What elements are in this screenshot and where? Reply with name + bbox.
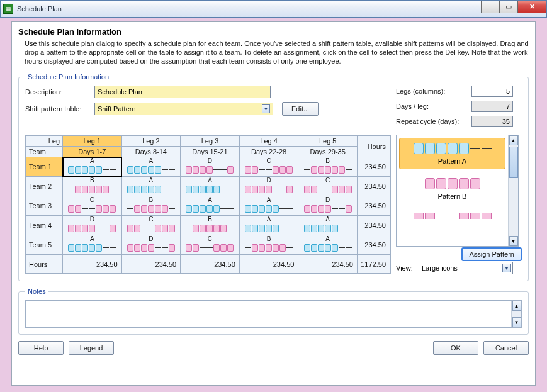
team-header-cell[interactable]: Team 5 xyxy=(26,235,63,255)
shift-pattern-table-select[interactable]: Shift Pattern ▼ xyxy=(94,103,273,115)
assign-pattern-button[interactable]: Assign Pattern xyxy=(461,247,522,261)
days-per-leg-readonly xyxy=(471,101,513,112)
group-legend: Schedule Plan Information xyxy=(25,73,111,81)
assignment-cell[interactable]: B xyxy=(121,196,181,216)
leg-header[interactable]: Leg 4 xyxy=(239,136,298,147)
window-maximize-button[interactable]: ▭ xyxy=(499,1,518,13)
scroll-thumb[interactable] xyxy=(509,147,518,178)
column-hours-cell: 234.50 xyxy=(298,255,358,274)
pattern-card-a[interactable]: Pattern A xyxy=(399,138,505,169)
notes-scrollbar[interactable]: ▲ ▼ xyxy=(511,301,521,327)
dialog-button-bar: Help Legend OK Cancel xyxy=(18,341,529,355)
pattern-card-b[interactable]: Pattern B xyxy=(399,173,505,204)
assignment-cell[interactable]: A xyxy=(181,196,240,216)
assignment-cell[interactable]: B xyxy=(181,216,240,235)
repeat-cycle-readonly xyxy=(471,116,513,127)
column-hours-cell: 234.50 xyxy=(63,255,122,274)
pattern-card-c[interactable] xyxy=(399,208,505,223)
team-header-cell[interactable]: Team 1 xyxy=(26,157,63,177)
team-hours-cell: 234.50 xyxy=(358,196,390,216)
hours-row-label: Hours xyxy=(26,255,63,274)
notes-textarea[interactable]: ▲ ▼ xyxy=(25,300,522,328)
description-label: Description: xyxy=(25,88,94,96)
days-per-leg-label: Days / leg: xyxy=(396,103,471,110)
assignment-cell[interactable]: C xyxy=(239,157,298,177)
pattern-picker[interactable]: Pattern A Pattern B ▲ ▼ xyxy=(396,135,519,247)
view-value: Large icons xyxy=(422,264,458,272)
ok-button[interactable]: OK xyxy=(433,341,478,355)
legs-input[interactable] xyxy=(471,86,513,97)
column-hours-cell: 234.50 xyxy=(239,255,298,274)
assignment-cell[interactable]: A xyxy=(121,177,181,196)
column-hours-cell: 234.50 xyxy=(121,255,181,274)
team-header-cell[interactable]: Team 2 xyxy=(26,177,63,196)
shift-pattern-table-label: Shift pattern table: xyxy=(25,105,94,113)
assignment-cell[interactable]: B xyxy=(239,235,298,255)
assignment-cell[interactable]: C xyxy=(121,216,181,235)
assignment-cell[interactable]: A xyxy=(181,177,240,196)
shift-pattern-table-value: Shift Pattern xyxy=(98,105,136,113)
column-hours-cell: 234.50 xyxy=(181,255,240,274)
leg-days-header[interactable]: Days 22-28 xyxy=(239,147,298,157)
assignment-cell[interactable]: D xyxy=(239,177,298,196)
assignment-cell[interactable]: A xyxy=(121,157,181,177)
assignment-cell[interactable]: A xyxy=(298,235,358,255)
app-icon: ▦ xyxy=(3,4,13,14)
assignment-cell[interactable]: D xyxy=(63,216,122,235)
scroll-down-icon[interactable]: ▼ xyxy=(512,317,521,327)
pattern-name: Pattern B xyxy=(402,193,502,200)
assignment-grid[interactable]: LegLeg 1Leg 2Leg 3Leg 4Leg 5HoursTeamDay… xyxy=(25,135,391,274)
window-title: Schedule Plan xyxy=(17,5,62,13)
scroll-up-icon[interactable]: ▲ xyxy=(512,301,521,311)
team-hours-cell: 234.50 xyxy=(358,235,390,255)
leg-header[interactable]: Leg 2 xyxy=(121,136,181,147)
pattern-name: Pattern A xyxy=(402,157,502,165)
notes-group: Notes ▲ ▼ xyxy=(18,288,529,335)
window-minimize-button[interactable]: — xyxy=(481,1,500,13)
assignment-cell[interactable]: C xyxy=(181,235,240,255)
view-label: View: xyxy=(396,264,419,272)
assignment-cell[interactable]: C xyxy=(298,177,358,196)
leg-days-header[interactable]: Days 8-14 xyxy=(121,147,181,157)
team-hours-cell: 234.50 xyxy=(358,216,390,235)
window-close-button[interactable]: ✕ xyxy=(517,1,546,13)
help-button[interactable]: Help xyxy=(18,341,64,355)
picker-scrollbar[interactable]: ▲ ▼ xyxy=(508,135,518,246)
leg-days-header[interactable]: Days 15-21 xyxy=(181,147,240,157)
team-header-cell[interactable]: Team 4 xyxy=(26,216,63,235)
leg-days-header[interactable]: Days 29-35 xyxy=(298,147,358,157)
scroll-up-icon[interactable]: ▲ xyxy=(509,135,518,145)
intro-text: Use this schedule plan dialog to specify… xyxy=(25,39,529,65)
assignment-cell[interactable]: A xyxy=(239,216,298,235)
team-header-cell[interactable]: Team 3 xyxy=(26,196,63,216)
assignment-cell[interactable]: A xyxy=(63,235,122,255)
assignment-cell[interactable]: A xyxy=(298,216,358,235)
leg-header[interactable]: Leg 3 xyxy=(181,136,240,147)
scroll-down-icon[interactable]: ▼ xyxy=(509,236,518,246)
assignment-cell[interactable]: B xyxy=(63,177,122,196)
assignment-cell[interactable]: D xyxy=(298,196,358,216)
assignment-cell[interactable]: A xyxy=(63,157,122,177)
assignment-cell[interactable]: A xyxy=(239,196,298,216)
assignment-cell[interactable]: B xyxy=(298,157,358,177)
team-hours-cell: 234.50 xyxy=(358,157,390,177)
chevron-down-icon: ▼ xyxy=(502,264,511,272)
view-select[interactable]: Large icons ▼ xyxy=(419,262,513,274)
edit-button[interactable]: Edit... xyxy=(282,102,319,116)
assignment-cell[interactable]: C xyxy=(63,196,122,216)
legend-button[interactable]: Legend xyxy=(69,341,114,355)
description-input[interactable] xyxy=(94,86,271,98)
cancel-button[interactable]: Cancel xyxy=(483,341,529,355)
assignment-cell[interactable]: D xyxy=(181,157,240,177)
leg-days-header[interactable]: Days 1-7 xyxy=(63,147,122,157)
schedule-plan-info-group: Schedule Plan Information Description: S… xyxy=(18,73,529,281)
repeat-cycle-label: Repeat cycle (days): xyxy=(396,118,471,125)
leg-header[interactable]: Leg 1 xyxy=(63,136,122,147)
window-titlebar: ▦ Schedule Plan — ▭ ✕ xyxy=(0,0,547,18)
leg-header[interactable]: Leg 5 xyxy=(298,136,358,147)
dialog-body: Schedule Plan Information Use this sched… xyxy=(11,21,536,386)
team-hours-cell: 234.50 xyxy=(358,177,390,196)
assignment-cell[interactable]: D xyxy=(121,235,181,255)
total-hours-cell: 1172.50 xyxy=(358,255,390,274)
notes-legend: Notes xyxy=(25,288,48,295)
